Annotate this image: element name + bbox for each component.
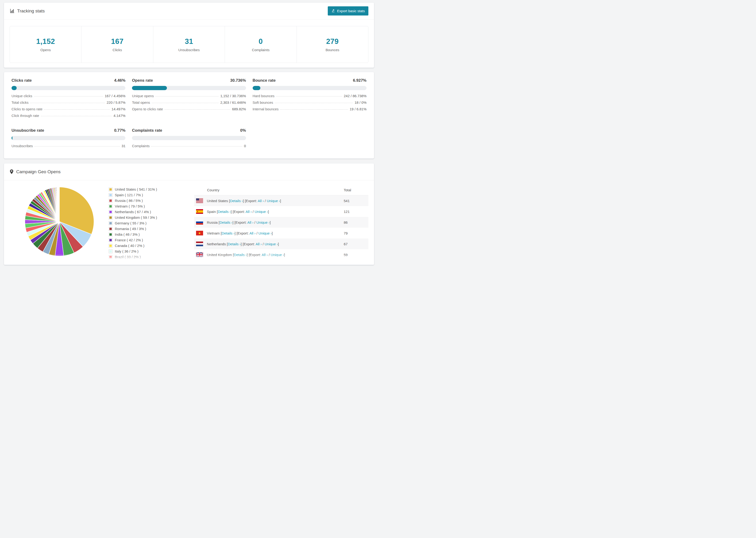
details-link[interactable]: Details › <box>223 264 236 265</box>
stat-clicks: 167 Clicks <box>81 26 153 63</box>
rate-row: Unique opens 1,152 / 30.736% <box>132 94 246 98</box>
rate-row: Clicks to opens rate 14.497% <box>12 107 125 111</box>
dotted-leader <box>275 103 353 103</box>
table-row-us: United States [Details ›] [Export: All ›… <box>194 195 368 206</box>
total-value: 79 <box>344 231 368 235</box>
export-icon <box>331 9 335 13</box>
column-header-country: Country <box>207 188 344 192</box>
tracking-stats-title-group: Tracking stats <box>10 9 45 14</box>
dotted-leader <box>44 109 110 110</box>
rate-row: Hard bounces 242 / 86.738% <box>253 94 366 98</box>
rates-card: Clicks rate 4.46% Unique clicks 167 / 4.… <box>4 72 374 159</box>
legend-swatch-icon <box>109 227 112 231</box>
details-link[interactable]: Details › <box>218 210 231 214</box>
export-all-link[interactable]: All › <box>249 231 256 235</box>
legend-swatch-icon <box>109 216 112 219</box>
export-all-link[interactable]: All › <box>251 264 257 265</box>
legend-item: Russia ( 86 / 5% ) <box>109 198 183 202</box>
stat-complaints: 0 Complaints <box>225 26 297 63</box>
legend-item: Romania ( 49 / 3% ) <box>109 227 183 231</box>
progress-fill <box>12 136 13 140</box>
export-all-link[interactable]: All › <box>261 253 268 257</box>
stat-bounces: 279 Bounces <box>297 26 368 63</box>
export-all-link[interactable]: All › <box>247 220 253 224</box>
details-link[interactable]: Details › <box>220 220 233 224</box>
flag-vn-icon <box>196 231 203 236</box>
rate-block-clicks-rate: Clicks rate 4.46% Unique clicks 167 / 4.… <box>12 78 125 120</box>
export-all-link[interactable]: All › <box>258 199 264 203</box>
dotted-leader <box>280 109 348 110</box>
geo-table-header: Country Total <box>194 185 368 195</box>
export-unique-link[interactable]: Unique › <box>260 264 274 265</box>
dotted-leader <box>165 109 230 110</box>
legend-swatch-icon <box>109 238 112 242</box>
total-value: 67 <box>344 242 368 246</box>
rate-row: Total opens 2,303 / 61.446% <box>132 100 246 104</box>
rate-block-complaints-rate: Complaints rate 0% Complaints 0 <box>132 128 246 150</box>
column-header-total: Total <box>344 188 368 192</box>
dotted-leader <box>151 146 242 146</box>
legend-swatch-icon <box>109 255 112 259</box>
rate-row: Internal bounces 19 / 6.81% <box>253 107 366 111</box>
geo-legend: United States ( 541 / 31% ) Spain ( 121 … <box>109 187 183 265</box>
progress-fill <box>253 86 261 90</box>
legend-item: Canada ( 40 / 2% ) <box>109 243 183 248</box>
export-all-link[interactable]: All › <box>256 242 262 246</box>
rate-row: Unsubscribes 31 <box>12 144 125 148</box>
progress-bar <box>132 86 246 90</box>
stat-value: 0 <box>259 37 263 46</box>
details-link[interactable]: Details › <box>234 253 247 257</box>
export-button-label: Export basic stats <box>337 9 365 13</box>
flag-nl-icon <box>196 242 203 246</box>
legend-swatch-icon <box>109 244 112 248</box>
tracking-stats-card: Tracking stats Export basic stats 1,152 … <box>4 2 374 68</box>
stat-value: 1,152 <box>36 37 55 46</box>
export-unique-link[interactable]: Unique › <box>254 210 268 214</box>
legend-swatch-icon <box>109 261 112 265</box>
details-link[interactable]: Details › <box>222 231 235 235</box>
stat-label: Clicks <box>113 48 122 52</box>
flag-gb-icon <box>196 252 203 257</box>
rate-row: Unique clicks 167 / 4.456% <box>12 94 125 98</box>
table-row-nl: Netherlands [Details ›] [Export: All › /… <box>194 239 368 249</box>
progress-fill <box>132 86 167 90</box>
stat-value: 31 <box>185 37 193 46</box>
export-unique-link[interactable]: Unique › <box>258 231 272 235</box>
export-basic-stats-button[interactable]: Export basic stats <box>328 6 368 16</box>
stat-label: Bounces <box>326 48 339 52</box>
table-row-gb: United Kingdom [Details ›] [Export: All … <box>194 249 368 260</box>
legend-item: United Kingdom ( 59 / 3% ) <box>109 215 183 219</box>
legend-swatch-icon <box>109 210 112 214</box>
total-value: 121 <box>344 210 368 214</box>
campaign-geo-opens-card: Campaign Geo Opens United States ( 541 /… <box>4 163 374 265</box>
rate-row: Click through rate 4.147% <box>12 114 125 118</box>
export-unique-link[interactable]: Unique › <box>267 199 280 203</box>
details-link[interactable]: Details › <box>230 199 243 203</box>
dotted-leader <box>30 103 105 103</box>
legend-item: France ( 42 / 2% ) <box>109 238 183 242</box>
legend-swatch-icon <box>109 199 112 202</box>
stat-label: Opens <box>40 48 51 52</box>
flag-de-icon <box>196 263 203 265</box>
legend-item: Spain ( 121 / 7% ) <box>109 193 183 197</box>
rate-row: Total clicks 220 / 5.87% <box>12 100 125 104</box>
details-link[interactable]: Details › <box>228 242 241 246</box>
export-unique-link[interactable]: Unique › <box>271 253 284 257</box>
rate-block-unsubscribe-rate: Unsubscribe rate 0.77% Unsubscribes 31 <box>12 128 125 150</box>
geo-header: Campaign Geo Opens <box>4 163 374 180</box>
table-row-es: Spain [Details ›] [Export: All › / Uniqu… <box>194 206 368 217</box>
legend-item: India ( 46 / 3% ) <box>109 232 183 237</box>
summary-stats-row: 1,152 Opens 167 Clicks 31 Unsubscribes 0… <box>10 26 368 63</box>
legend-swatch-icon <box>109 249 112 253</box>
legend-swatch-icon <box>109 221 112 225</box>
flag-us-icon <box>196 198 203 203</box>
dotted-leader <box>41 116 112 116</box>
export-unique-link[interactable]: Unique › <box>256 220 270 224</box>
progress-bar <box>12 136 125 140</box>
export-unique-link[interactable]: Unique › <box>265 242 278 246</box>
table-row-ru: Russia [Details ›] [Export: All › / Uniq… <box>194 217 368 228</box>
rate-row: Soft bounces 18 / 0% <box>253 100 366 104</box>
tracking-stats-header: Tracking stats Export basic stats <box>4 3 374 20</box>
rate-block-bounce-rate: Bounce rate 6.927% Hard bounces 242 / 86… <box>253 78 366 120</box>
export-all-link[interactable]: All › <box>245 210 252 214</box>
